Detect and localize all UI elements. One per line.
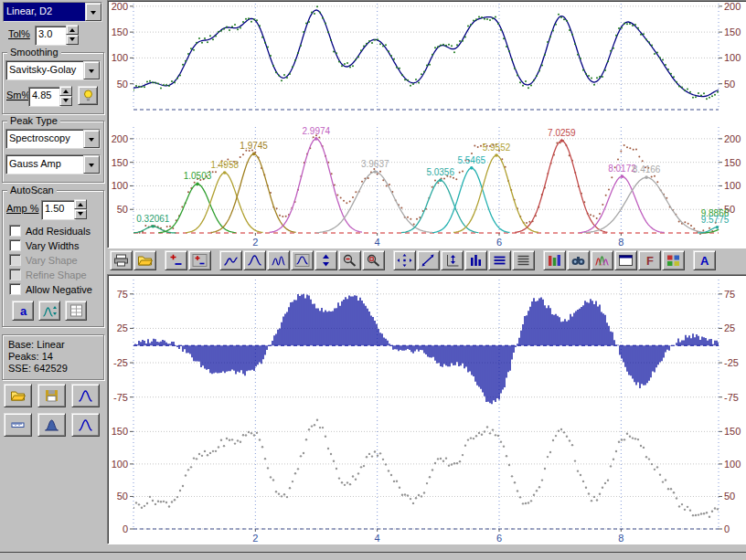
svg-text:25: 25 (117, 322, 128, 333)
label-peaks-button[interactable] (12, 301, 34, 321)
svg-text:50: 50 (117, 204, 128, 215)
spin-up-button[interactable] (66, 25, 79, 35)
svg-text:2.9974: 2.9974 (303, 126, 331, 136)
peak-function-combobox[interactable]: Gauss Amp (5, 154, 101, 174)
peak-curve-button[interactable] (243, 250, 266, 270)
checkbox-box[interactable] (9, 225, 21, 237)
multi-curve-button[interactable] (267, 250, 290, 270)
spin-down-button[interactable] (66, 35, 79, 45)
checkbox-allow-negative[interactable]: Allow Negative (9, 282, 92, 296)
fit-peaks-button[interactable] (71, 384, 100, 407)
spectrum-charts[interactable]: 5050100100150150200200505010010015015020… (108, 1, 745, 246)
svg-text:3.9637: 3.9637 (361, 159, 389, 169)
svg-text:4: 4 (375, 237, 380, 246)
sheet-icon (69, 304, 84, 317)
svg-text:200: 200 (724, 1, 741, 12)
arrow-down-icon (69, 37, 75, 44)
autoscan-group-title: AutoScan (7, 185, 57, 195)
dropdown-button[interactable] (85, 3, 101, 21)
tile-vertical-button[interactable] (314, 250, 337, 270)
svg-text:8.4166: 8.4166 (633, 164, 661, 174)
zoom-window-button[interactable] (362, 250, 385, 270)
spectrum-chart-frame: 5050100100150150200200505010010015015020… (107, 0, 746, 248)
review-window-button[interactable] (614, 250, 637, 270)
arrow-up-icon (69, 26, 75, 32)
scale-button[interactable] (417, 250, 440, 270)
ruler-icon (10, 418, 26, 431)
line-style-button[interactable] (512, 250, 535, 270)
arrow-down-icon (63, 99, 69, 105)
add-peaks-button[interactable] (165, 250, 187, 270)
save-button[interactable] (37, 384, 66, 407)
svg-text:-75: -75 (724, 392, 739, 403)
autoscale-y-button[interactable] (441, 250, 464, 270)
fit-method-combobox[interactable]: Linear, D2 (3, 2, 102, 22)
peak-type-group-title: Peak Type (7, 115, 60, 126)
dropdown-button[interactable] (83, 130, 100, 148)
spin-up-button[interactable] (59, 86, 72, 96)
open-button[interactable] (133, 250, 156, 270)
fit-status-panel: Base: Linear Peaks: 14 SSE: 642529 (2, 334, 104, 380)
checkbox-box[interactable] (9, 283, 21, 295)
numeric-review-button[interactable] (4, 413, 32, 437)
svg-text:-25: -25 (724, 357, 739, 368)
status-sse: SSE: 642529 (8, 363, 68, 374)
open-button[interactable] (4, 384, 32, 407)
section-button[interactable] (543, 250, 566, 270)
dropdown-button[interactable] (83, 61, 100, 79)
autoscan-graph-button[interactable] (38, 301, 60, 321)
annotate-button[interactable] (693, 250, 716, 270)
amp-spinner[interactable] (74, 199, 87, 217)
peak-colors-button[interactable] (591, 250, 613, 270)
spin-up-button[interactable] (74, 199, 87, 209)
color-options-button[interactable] (662, 250, 685, 270)
add-peaks-window-button[interactable] (188, 250, 211, 270)
move-icon (397, 254, 412, 267)
smoothing-method-combobox[interactable]: Savitsky-Golay (5, 60, 101, 80)
svg-text:5.0356: 5.0356 (426, 167, 454, 177)
amp-input[interactable]: 1.50 (41, 200, 76, 220)
bar-view-button[interactable] (464, 250, 487, 270)
checkbox-label: Vary Shape (26, 255, 78, 266)
svg-text:200: 200 (112, 133, 128, 144)
peak-function-value: Gauss Amp (6, 155, 83, 174)
letter-F-icon (642, 254, 657, 267)
checkbox-vary-widths[interactable]: Vary Widths (9, 238, 79, 252)
tolerance-spinner[interactable] (66, 25, 79, 43)
ai-expert-button[interactable] (78, 86, 98, 105)
tolerance-input[interactable]: 3.0 (35, 26, 68, 46)
checkbox-box[interactable] (9, 239, 21, 251)
residuals-charts[interactable]: 75752525-25-25-75-7500505010010015015024… (108, 275, 745, 542)
find-peaks-button[interactable] (567, 250, 590, 270)
curve-window-button[interactable] (291, 250, 314, 270)
print-button[interactable] (110, 250, 133, 270)
lightbulb-icon (80, 90, 96, 102)
status-base: Base: Linear (8, 339, 65, 350)
color-bars-icon (547, 254, 562, 267)
control-panel: Linear, D2 Tol% 3.0 Smoothing Savitsky-G… (0, 0, 106, 560)
pan-button[interactable] (393, 250, 416, 270)
curve-icon (247, 254, 262, 267)
svg-text:200: 200 (724, 133, 741, 144)
small-curve-button[interactable] (219, 250, 242, 270)
autoscan-sheet-button[interactable] (65, 301, 87, 321)
svg-text:0: 0 (123, 523, 128, 534)
line-thickness-button[interactable] (488, 250, 511, 270)
graph-toolbar (107, 248, 746, 273)
amp-label: Amp % (6, 203, 38, 214)
filled-peaks-view-button[interactable] (37, 413, 66, 437)
peak-category-combobox[interactable]: Spectroscopy (5, 129, 101, 149)
color-peaks-icon (594, 254, 610, 267)
spin-down-button[interactable] (59, 96, 72, 106)
outline-peaks-view-button[interactable] (71, 413, 100, 437)
dropdown-button[interactable] (83, 155, 100, 174)
sm-input[interactable]: 4.85 (28, 87, 61, 107)
spin-down-button[interactable] (74, 209, 87, 219)
checkbox-add-residuals[interactable]: Add Residuals (9, 224, 91, 238)
sm-spinner[interactable] (59, 86, 72, 104)
zoom-out-button[interactable] (338, 250, 361, 270)
letter-A-icon (697, 254, 712, 267)
scale-diag-icon (421, 254, 436, 267)
font-button[interactable] (638, 250, 661, 270)
svg-text:150: 150 (724, 426, 741, 437)
